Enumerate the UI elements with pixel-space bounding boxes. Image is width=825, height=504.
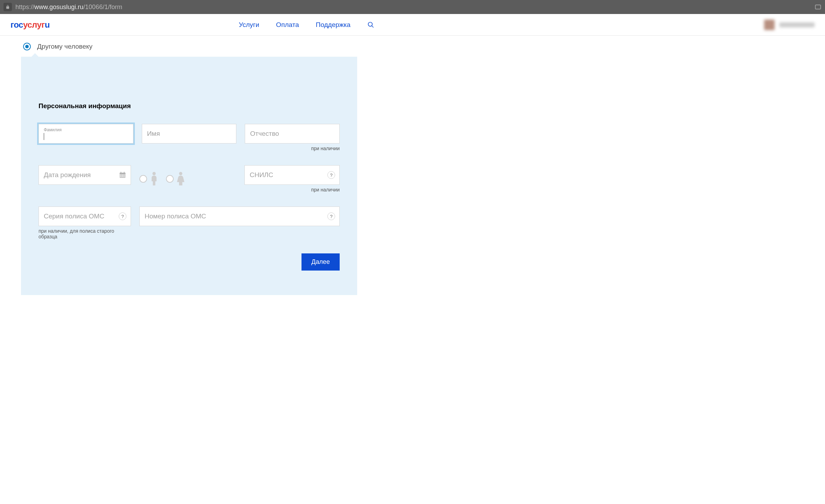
url-prefix: https:// bbox=[15, 4, 34, 10]
svg-rect-11 bbox=[122, 176, 123, 177]
nav-payment[interactable]: Оплата bbox=[276, 21, 299, 29]
oms-series-field[interactable]: ? bbox=[39, 206, 131, 226]
oms-number-input[interactable] bbox=[145, 213, 334, 220]
snils-input[interactable] bbox=[250, 172, 334, 179]
site-header: госуслугu Услуги Оплата Поддержка bbox=[0, 14, 825, 36]
oms-series-hint: при наличии, для полиса старого образца bbox=[39, 228, 131, 239]
help-icon[interactable]: ? bbox=[327, 171, 335, 179]
radio-unchecked-icon bbox=[166, 175, 174, 183]
svg-point-14 bbox=[179, 172, 182, 175]
svg-rect-8 bbox=[122, 175, 123, 175]
lastname-field[interactable]: Фамилия bbox=[39, 124, 133, 144]
calendar-icon[interactable] bbox=[119, 171, 126, 179]
svg-rect-4 bbox=[120, 173, 126, 174]
submit-row: Далее bbox=[39, 253, 340, 271]
user-name bbox=[779, 22, 814, 27]
gender-male-option[interactable] bbox=[139, 172, 159, 186]
female-icon bbox=[176, 172, 186, 186]
lock-icon bbox=[4, 3, 12, 11]
middlename-hint: при наличии bbox=[311, 146, 340, 151]
male-icon bbox=[149, 172, 159, 186]
svg-rect-5 bbox=[121, 172, 122, 173]
user-menu[interactable] bbox=[764, 20, 814, 30]
svg-rect-0 bbox=[816, 5, 821, 9]
url-text[interactable]: https://www.gosuslugi.ru/10066/1/form bbox=[15, 4, 811, 11]
svg-rect-6 bbox=[124, 172, 125, 173]
svg-point-1 bbox=[368, 22, 372, 26]
next-button[interactable]: Далее bbox=[301, 253, 340, 271]
svg-line-2 bbox=[372, 26, 373, 27]
svg-rect-12 bbox=[124, 176, 125, 177]
middlename-field[interactable] bbox=[245, 124, 340, 144]
snils-field[interactable]: ? bbox=[244, 165, 340, 185]
snils-hint: при наличии bbox=[311, 187, 340, 192]
help-icon[interactable]: ? bbox=[119, 212, 126, 220]
nav-support[interactable]: Поддержка bbox=[316, 21, 351, 29]
dob-field[interactable] bbox=[39, 165, 131, 185]
dob-gender-snils-row: ? при наличии bbox=[39, 165, 340, 192]
radio-unchecked-icon bbox=[139, 175, 147, 183]
svg-point-13 bbox=[152, 172, 155, 175]
oms-row: ? при наличии, для полиса старого образц… bbox=[39, 206, 340, 239]
gender-female-option[interactable] bbox=[166, 172, 186, 186]
main-nav: Услуги Оплата Поддержка bbox=[239, 21, 351, 29]
dob-input[interactable] bbox=[44, 172, 126, 179]
svg-rect-10 bbox=[120, 176, 122, 177]
svg-rect-9 bbox=[124, 175, 125, 175]
name-row: Фамилия при наличии bbox=[39, 124, 340, 151]
url-path: /10066/1/form bbox=[83, 4, 122, 10]
middlename-input[interactable] bbox=[250, 130, 334, 138]
lastname-label: Фамилия bbox=[44, 127, 128, 132]
search-icon[interactable] bbox=[367, 21, 374, 28]
radio-selected-icon bbox=[23, 43, 31, 50]
browser-extension-icon bbox=[814, 4, 821, 10]
svg-rect-7 bbox=[120, 175, 122, 175]
gender-group bbox=[139, 165, 186, 192]
recipient-other-label: Другому человеку bbox=[37, 43, 92, 50]
browser-address-bar: https://www.gosuslugi.ru/10066/1/form bbox=[0, 0, 825, 14]
oms-series-input[interactable] bbox=[44, 213, 126, 220]
nav-services[interactable]: Услуги bbox=[239, 21, 259, 29]
url-domain: www.gosuslugi.ru bbox=[34, 4, 83, 10]
section-title: Персональная информация bbox=[39, 102, 340, 110]
form-panel: Персональная информация Фамилия при нали… bbox=[21, 57, 357, 295]
help-icon[interactable]: ? bbox=[327, 212, 335, 220]
recipient-radio-row[interactable]: Другому человеку bbox=[23, 43, 804, 50]
oms-number-field[interactable]: ? bbox=[139, 206, 340, 226]
firstname-field[interactable] bbox=[142, 124, 237, 144]
text-caret bbox=[44, 133, 44, 140]
avatar bbox=[764, 20, 775, 30]
site-logo[interactable]: госуслугu bbox=[11, 20, 50, 30]
firstname-input[interactable] bbox=[147, 130, 231, 138]
